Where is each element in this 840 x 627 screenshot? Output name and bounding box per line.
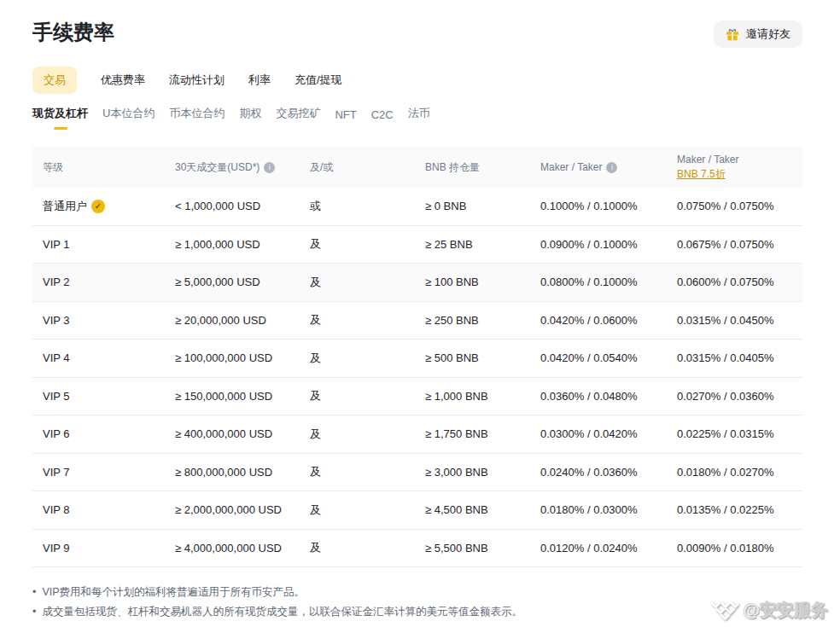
volume-cell: ≥ 400,000,000 USD — [165, 427, 300, 440]
level-cell: VIP 7 — [32, 466, 165, 479]
andor-cell: 及 — [300, 427, 415, 442]
header-maker-taker-bnb: Maker / Taker BNB 7.5折 — [667, 154, 802, 182]
subtab-c2c[interactable]: C2C — [371, 108, 394, 130]
tab-fee-promo[interactable]: 优惠费率 — [101, 67, 145, 94]
level-cell: 普通用户 ✓ — [32, 199, 165, 214]
fee-row: VIP 9 ≥ 4,000,000,000 USD 及 ≥ 5,500 BNB … — [32, 530, 802, 568]
andor-cell: 及 — [300, 464, 415, 479]
subtab-nft[interactable]: NFT — [335, 108, 356, 130]
maker-taker-cell: 0.0120% / 0.0240% — [530, 542, 667, 554]
subtab-usdm-futures[interactable]: U本位合约 — [102, 106, 155, 130]
check-badge-icon: ✓ — [91, 200, 105, 213]
tab-deposit-withdraw[interactable]: 充值/提现 — [295, 67, 342, 94]
maker-taker-bnb-cell: 0.0225% / 0.0315% — [667, 427, 802, 440]
subtab-options[interactable]: 期权 — [239, 106, 261, 130]
level-cell: VIP 4 — [32, 351, 165, 364]
level-cell: VIP 9 — [32, 542, 165, 554]
maker-taker-cell: 0.0240% / 0.0360% — [530, 466, 667, 479]
level-cell: VIP 5 — [32, 390, 165, 403]
subtab-trading-mining[interactable]: 交易挖矿 — [276, 106, 320, 130]
header-andor: 及/或 — [300, 160, 415, 175]
maker-taker-bnb-cell: 0.0315% / 0.0405% — [667, 351, 802, 364]
andor-cell: 及 — [300, 275, 415, 290]
sub-tabs: 现货及杠杆 U本位合约 币本位合约 期权 交易挖矿 NFT C2C 法币 — [32, 106, 802, 130]
andor-cell: 或 — [300, 199, 415, 214]
maker-taker-cell: 0.0420% / 0.0600% — [530, 314, 667, 327]
level-cell: VIP 1 — [32, 238, 165, 251]
bnb-cell: ≥ 4,500 BNB — [415, 503, 530, 516]
fee-row: VIP 7 ≥ 800,000,000 USD 及 ≥ 3,000 BNB 0.… — [32, 454, 802, 492]
fee-row: VIP 4 ≥ 100,000,000 USD 及 ≥ 500 BNB 0.04… — [32, 340, 802, 378]
maker-taker-bnb-cell: 0.0270% / 0.0360% — [667, 390, 802, 403]
header-bnb-balance: BNB 持仓量 — [415, 160, 530, 175]
maker-taker-bnb-cell: 0.0315% / 0.0450% — [667, 314, 802, 327]
header-maker-taker: Maker / Taker i — [530, 161, 667, 173]
info-icon[interactable]: i — [264, 162, 275, 173]
bnb-cell: ≥ 25 BNB — [415, 238, 530, 251]
maker-taker-bnb-cell: 0.0135% / 0.0225% — [667, 503, 802, 516]
footnote: • 成交量包括现货、杠杆和交易机器人的所有现货成交量，以联合保证金汇率计算的美元… — [32, 602, 802, 622]
fee-row: VIP 1 ≥ 1,000,000 USD 及 ≥ 25 BNB 0.0900%… — [32, 226, 802, 264]
maker-taker-cell: 0.0300% / 0.0420% — [530, 427, 667, 440]
volume-cell: ≥ 20,000,000 USD — [165, 314, 300, 327]
fee-row: VIP 2 ≥ 5,000,000 USD 及 ≥ 100 BNB 0.0800… — [32, 264, 802, 302]
volume-cell: ≥ 1,000,000 USD — [165, 238, 300, 251]
andor-cell: 及 — [300, 540, 415, 555]
tab-trade[interactable]: 交易 — [32, 67, 77, 94]
volume-cell: ≥ 4,000,000,000 USD — [165, 542, 300, 554]
bnb-cell: ≥ 1,000 BNB — [415, 390, 530, 403]
maker-taker-bnb-cell: 0.0750% / 0.0750% — [667, 200, 802, 212]
info-icon[interactable]: i — [606, 162, 617, 173]
andor-cell: 及 — [300, 502, 415, 518]
header-volume: 30天成交量(USD*) i — [165, 160, 300, 175]
andor-cell: 及 — [300, 351, 415, 366]
page-title: 手续费率 — [32, 20, 114, 45]
bnb-discount-link[interactable]: BNB 7.5折 — [677, 167, 726, 182]
subtab-spot-margin[interactable]: 现货及杠杆 — [32, 106, 88, 130]
footnote-text: 成交量包括现货、杠杆和交易机器人的所有现货成交量，以联合保证金汇率计算的美元等值… — [42, 602, 522, 622]
header-level: 等级 — [32, 160, 165, 175]
bnb-cell: ≥ 100 BNB — [415, 276, 530, 288]
invite-friends-button[interactable]: 邀请好友 — [714, 20, 802, 48]
maker-taker-cell: 0.0180% / 0.0300% — [530, 503, 667, 516]
fee-table: 等级 30天成交量(USD*) i 及/或 BNB 持仓量 Maker / Ta… — [32, 147, 802, 567]
bullet: • — [32, 583, 36, 602]
bnb-cell: ≥ 1,750 BNB — [415, 427, 530, 440]
table-header-row: 等级 30天成交量(USD*) i 及/或 BNB 持仓量 Maker / Ta… — [32, 147, 802, 188]
subtab-coinm-futures[interactable]: 币本位合约 — [169, 106, 225, 130]
tab-interest-rate[interactable]: 利率 — [248, 67, 271, 94]
andor-cell: 及 — [300, 312, 415, 328]
maker-taker-bnb-cell: 0.0180% / 0.0270% — [667, 466, 802, 479]
maker-taker-cell: 0.0420% / 0.0540% — [530, 351, 667, 364]
andor-cell: 及 — [300, 388, 415, 403]
footnote: • VIP费用和每个计划的福利将普遍适用于所有币安产品。 — [32, 583, 802, 602]
fee-row: VIP 6 ≥ 400,000,000 USD 及 ≥ 1,750 BNB 0.… — [32, 415, 802, 454]
footnotes: • VIP费用和每个计划的福利将普遍适用于所有币安产品。 • 成交量包括现货、杠… — [32, 583, 802, 622]
bnb-cell: ≥ 0 BNB — [415, 200, 530, 212]
subtab-fiat[interactable]: 法币 — [408, 106, 430, 130]
andor-cell: 及 — [300, 236, 415, 252]
volume-cell: ≥ 100,000,000 USD — [165, 351, 300, 364]
fee-row: VIP 3 ≥ 20,000,000 USD 及 ≥ 250 BNB 0.042… — [32, 302, 802, 340]
main-tabs: 交易 优惠费率 流动性计划 利率 充值/提现 — [32, 67, 802, 94]
maker-taker-cell: 0.0800% / 0.1000% — [530, 276, 667, 288]
level-cell: VIP 8 — [32, 503, 165, 516]
maker-taker-cell: 0.1000% / 0.1000% — [530, 200, 667, 212]
fee-row: VIP 8 ≥ 2,000,000,000 USD 及 ≥ 4,500 BNB … — [32, 491, 802, 530]
volume-cell: < 1,000,000 USD — [165, 200, 300, 212]
maker-taker-cell: 0.0900% / 0.1000% — [530, 238, 667, 251]
volume-cell: ≥ 150,000,000 USD — [165, 390, 300, 403]
bullet: • — [32, 602, 36, 622]
bnb-cell: ≥ 3,000 BNB — [415, 466, 530, 479]
volume-cell: ≥ 5,000,000 USD — [165, 276, 300, 288]
gift-icon — [726, 27, 739, 41]
footnote-text: VIP费用和每个计划的福利将普遍适用于所有币安产品。 — [42, 583, 305, 602]
bnb-cell: ≥ 500 BNB — [415, 351, 530, 364]
maker-taker-bnb-cell: 0.0600% / 0.0750% — [667, 276, 802, 288]
page-header: 手续费率 邀请好友 — [32, 0, 802, 48]
bnb-cell: ≥ 5,500 BNB — [415, 542, 530, 554]
maker-taker-cell: 0.0360% / 0.0480% — [530, 390, 667, 403]
fee-row: VIP 5 ≥ 150,000,000 USD 及 ≥ 1,000 BNB 0.… — [32, 378, 802, 416]
maker-taker-bnb-cell: 0.0090% / 0.0180% — [667, 542, 802, 554]
tab-liquidity-program[interactable]: 流动性计划 — [169, 67, 225, 94]
